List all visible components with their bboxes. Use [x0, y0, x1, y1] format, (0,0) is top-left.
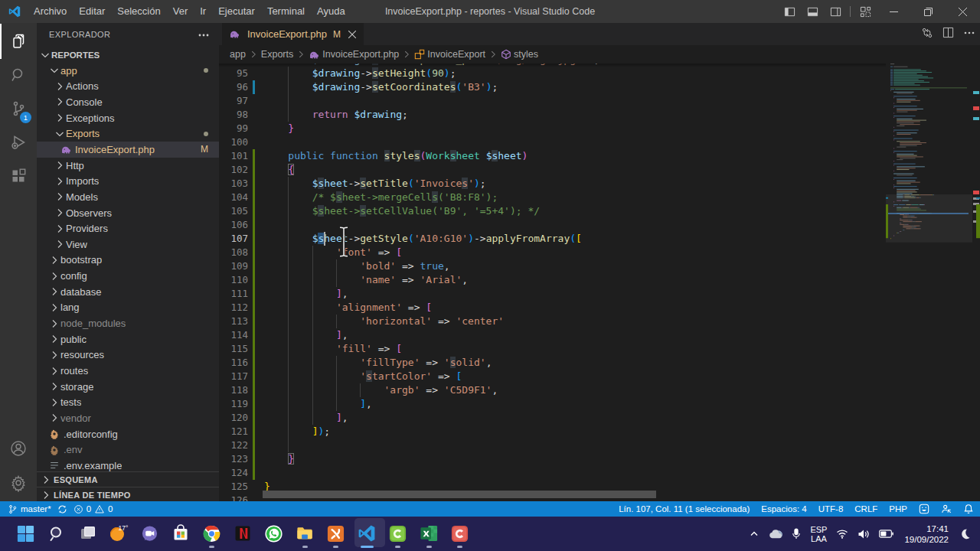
encoding-status[interactable]: UTF-8 [815, 501, 847, 517]
code-line-95[interactable]: $drawing->setHeight(90); [264, 67, 456, 80]
wifi-icon[interactable] [836, 529, 848, 539]
activity-search-icon[interactable] [0, 57, 37, 93]
tree-item--env[interactable]: .env [37, 442, 219, 458]
taskbar-camtasia-icon[interactable] [386, 521, 410, 546]
taskbar-chrome-icon[interactable] [200, 521, 224, 546]
feedback-smiley-icon[interactable] [916, 501, 933, 517]
code-line-107[interactable]: $sheet->getStyle('A10:G10')->applyFromAr… [264, 232, 582, 246]
problems-status[interactable]: 0 0 [70, 501, 116, 517]
language-status[interactable]: PHP [886, 501, 910, 517]
breadcrumb-invoiceexport[interactable]: InvoiceExport [414, 49, 485, 60]
taskbar-chat-icon[interactable] [138, 521, 162, 546]
code-line-112[interactable]: 'alignment' => [ [264, 301, 432, 315]
split-editor-icon[interactable] [942, 27, 954, 41]
customize-layout-icon[interactable] [854, 0, 877, 23]
tree-item-routes[interactable]: routes [37, 363, 219, 379]
taskbar-excel-icon[interactable] [416, 521, 441, 546]
tree-item-models[interactable]: Models [37, 189, 219, 205]
code-editor[interactable]: 94 $drawing->setPath(public_path('/img/l… [219, 64, 886, 501]
taskbar-start-icon[interactable] [14, 521, 38, 546]
tree-item-config[interactable]: config [37, 268, 219, 284]
sidebar-more-actions-icon[interactable] [198, 29, 210, 44]
tree-item-console[interactable]: Console [37, 94, 219, 110]
more-actions-icon[interactable] [963, 27, 975, 42]
sync-status[interactable] [54, 501, 70, 517]
code-line-110[interactable]: 'name' => 'Arial', [264, 273, 468, 287]
tree-item-imports[interactable]: Imports [37, 173, 219, 189]
tree-root-reportes[interactable]: REPORTES [37, 47, 219, 63]
taskbar-search-icon[interactable] [44, 521, 69, 546]
taskbar-vscode-icon[interactable] [354, 521, 379, 546]
code-line-123[interactable]: } [264, 452, 294, 466]
section-esquema[interactable]: ESQUEMA [37, 471, 219, 487]
code-line-113[interactable]: 'horizontal' => 'center' [264, 315, 504, 328]
tree-item-database[interactable]: database [37, 284, 219, 300]
minimize-button[interactable] [877, 0, 911, 23]
indentation-status[interactable]: Espacios: 4 [758, 501, 809, 517]
menu-terminal[interactable]: Terminal [261, 0, 311, 23]
cursor-position-status[interactable]: Lín. 107, Col. 11 (1 seleccionada) [616, 501, 753, 517]
toggle-secondary-sidebar-icon[interactable] [824, 0, 847, 23]
activity-explorer-icon[interactable] [0, 24, 37, 59]
taskbar-xampp-icon[interactable] [324, 521, 348, 546]
code-line-109[interactable]: 'bold' => true, [264, 259, 450, 273]
tree-item-app[interactable]: app [37, 63, 219, 79]
activity-run-debug-icon[interactable] [0, 125, 37, 160]
horizontal-scrollbar[interactable] [263, 491, 656, 498]
taskbar-store-icon[interactable] [168, 521, 193, 546]
breadcrumb-styles[interactable]: styles [501, 49, 538, 60]
code-line-121[interactable]: ]); [264, 425, 330, 439]
notifications-bell-icon[interactable] [960, 501, 977, 517]
tray-chevron-icon[interactable] [750, 530, 759, 539]
battery-icon[interactable] [879, 530, 893, 538]
onedrive-icon[interactable] [768, 529, 782, 539]
minimap[interactable] [886, 64, 972, 501]
tree-item-observers[interactable]: Observers [37, 205, 219, 221]
tree-item-invoiceexport-php[interactable]: InvoiceExport.phpM [37, 142, 219, 158]
tree-item-bootstrap[interactable]: bootstrap [37, 252, 219, 268]
activity-settings-icon[interactable] [0, 465, 37, 500]
tree-item-public[interactable]: public [37, 331, 219, 347]
close-button[interactable] [946, 0, 980, 23]
code-line-104[interactable]: /* $sheet->mergeCells('B8:F8'); [264, 191, 498, 204]
breadcrumb-exports[interactable]: Exports [261, 49, 293, 60]
code-line-118[interactable]: 'argb' => 'C5D9F1', [264, 383, 498, 397]
taskbar-camtasia-rec-icon[interactable] [448, 521, 472, 546]
menu-archivo[interactable]: Archivo [28, 0, 73, 23]
code-line-102[interactable]: { [264, 163, 294, 177]
tree-item-lang[interactable]: lang [37, 299, 219, 315]
code-line-101[interactable]: public function styles(Worksheet $sheet) [264, 149, 528, 163]
code-line-105[interactable]: $sheet->setCellValue('B9', '=5+4'); */ [264, 204, 540, 218]
tree-item-resources[interactable]: resources [37, 347, 219, 363]
activity-account-icon[interactable] [0, 431, 37, 466]
tree-item-http[interactable]: Http [37, 158, 219, 174]
tree-item-tests[interactable]: tests [37, 394, 219, 410]
taskbar-weather-icon[interactable]: 17° [106, 521, 131, 546]
menu-ejecutar[interactable]: Ejecutar [212, 0, 261, 23]
clock-date[interactable]: 17:4119/09/2022 [904, 523, 949, 545]
share-profile-icon[interactable] [938, 501, 955, 517]
taskbar-task-view-icon[interactable] [76, 521, 100, 546]
code-line-96[interactable]: $drawing->setCoordinates('B3'); [264, 80, 498, 94]
tree-item-vendor[interactable]: vendor [37, 410, 219, 426]
night-light-icon[interactable] [959, 528, 971, 540]
code-line-108[interactable]: 'font' => [ [264, 246, 402, 259]
menu-seleccion[interactable]: Selección [111, 0, 166, 23]
code-line-117[interactable]: 'startColor' => [ [264, 370, 462, 383]
activity-source-control-icon[interactable]: 1 [0, 91, 37, 126]
menu-ir[interactable]: Ir [194, 0, 212, 23]
code-line-114[interactable]: ], [264, 328, 348, 342]
code-line-119[interactable]: ], [264, 397, 372, 411]
volume-icon[interactable] [858, 529, 870, 540]
menu-editar[interactable]: Editar [73, 0, 111, 23]
menu-ayuda[interactable]: Ayuda [311, 0, 351, 23]
breadcrumb-app[interactable]: app [230, 49, 246, 60]
menu-ver[interactable]: Ver [167, 0, 194, 23]
tree-item-node-modules[interactable]: node_modules [37, 315, 219, 331]
open-changes-icon[interactable] [921, 27, 933, 42]
tree-item-exceptions[interactable]: Exceptions [37, 110, 219, 126]
tab-close-icon[interactable] [348, 31, 356, 38]
maximize-button[interactable] [911, 0, 946, 23]
tree-item-exports[interactable]: Exports [37, 126, 219, 142]
tree-item-providers[interactable]: Providers [37, 220, 219, 236]
